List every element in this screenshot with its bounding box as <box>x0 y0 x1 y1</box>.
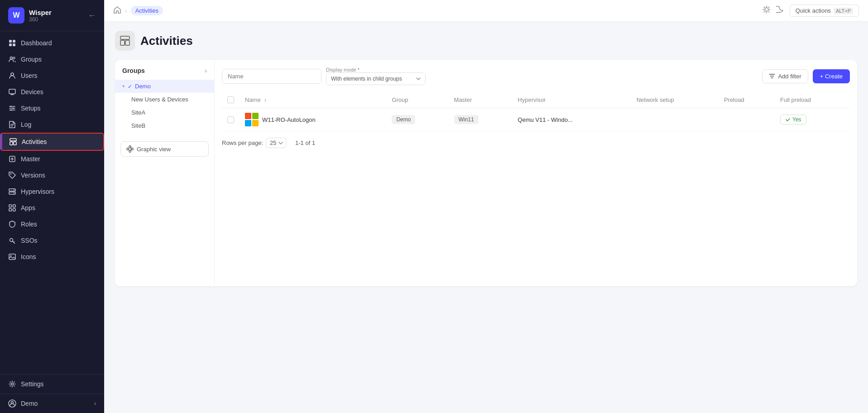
sidebar-item-label: Setups <box>21 105 41 112</box>
svg-rect-13 <box>14 142 16 145</box>
svg-point-6 <box>11 73 14 76</box>
sidebar-item-label: Versions <box>21 172 45 179</box>
main-panel: Groups › ▾ ✓ Demo New Users & Devices <box>115 60 857 286</box>
row-group-cell: Demo <box>386 108 448 131</box>
check-icon: ✓ <box>128 83 132 90</box>
sidebar-item-activities[interactable]: Activities <box>0 133 104 151</box>
table-area: Display mode * With elements in child gr… <box>215 60 857 286</box>
user-name-label: Demo <box>21 400 38 407</box>
table-header-group[interactable]: Group <box>386 91 448 108</box>
table-header-name[interactable]: Name ↑ <box>240 91 386 108</box>
sidebar-item-icons[interactable]: Icons <box>0 249 104 265</box>
sidebar-item-log[interactable]: Log <box>0 116 104 133</box>
rows-per-page-label: Rows per page: <box>222 139 263 146</box>
server-icon <box>8 187 16 196</box>
row-hypervisor-cell: Qemu V11 - Windo... <box>512 108 631 131</box>
row-preload-cell <box>719 108 775 131</box>
svg-rect-36 <box>129 150 131 152</box>
group-badge: Demo <box>392 115 415 124</box>
image-icon <box>8 253 16 261</box>
activity-name[interactable]: W11-RO-AutoLogon <box>245 113 381 126</box>
win-quad-3 <box>245 120 251 126</box>
sidebar-collapse-button[interactable]: ← <box>88 11 96 20</box>
group-item-siteB[interactable]: SiteB <box>115 119 214 132</box>
row-checkbox[interactable] <box>227 116 234 123</box>
add-filter-label: Add filter <box>778 73 801 80</box>
table-header-master[interactable]: Master <box>449 91 513 108</box>
page-header: Activities <box>115 31 857 51</box>
sidebar-item-hypervisors[interactable]: Hypervisors <box>0 183 104 200</box>
sidebar-item-dashboard[interactable]: Dashboard <box>0 35 104 51</box>
group-item-demo[interactable]: ▾ ✓ Demo <box>115 80 214 93</box>
groups-header: Groups › <box>115 60 214 80</box>
group-item-new-users[interactable]: New Users & Devices <box>115 93 214 106</box>
groups-title: Groups <box>122 67 145 74</box>
sidebar-item-label: Activities <box>22 138 47 145</box>
name-filter-input[interactable] <box>222 69 321 84</box>
app-logo-icon: W <box>8 7 24 24</box>
win-quad-1 <box>245 113 251 119</box>
table-row: W11-RO-AutoLogon Demo Win11 Qemu V11 - W… <box>222 108 850 131</box>
svg-rect-3 <box>13 43 15 46</box>
svg-point-10 <box>11 110 12 111</box>
app-logo-text: Wisper 360 <box>29 9 52 23</box>
svg-rect-33 <box>125 40 129 45</box>
svg-rect-25 <box>9 254 15 259</box>
display-mode-select[interactable]: With elements in child groups <box>326 72 426 85</box>
page-header-icon <box>115 31 135 51</box>
user-profile-bottom[interactable]: Demo › <box>0 394 104 413</box>
moon-icon[interactable] <box>776 5 784 16</box>
sort-icon: ↑ <box>264 97 267 103</box>
add-filter-button[interactable]: Add filter <box>762 69 808 83</box>
rows-per-page: Rows per page: 25 <box>222 138 286 148</box>
svg-rect-1 <box>13 40 15 43</box>
create-label: + Create <box>820 73 843 80</box>
home-icon[interactable] <box>113 6 121 15</box>
quick-actions-shortcut: ALT+P <box>834 8 853 14</box>
table-header-network-setup[interactable]: Network setup <box>631 91 719 108</box>
sidebar-item-apps[interactable]: Apps <box>0 200 104 216</box>
page-content: Activities Groups › ▾ ✓ Demo <box>104 22 868 413</box>
display-mode-label: Display mode * <box>326 67 426 72</box>
table-toolbar: Display mode * With elements in child gr… <box>222 67 850 85</box>
svg-point-15 <box>10 173 12 175</box>
table-header-hypervisor[interactable]: Hypervisor <box>512 91 631 108</box>
user-circle-icon <box>8 399 16 408</box>
topbar: › Activities Quick actions ALT+P <box>104 0 868 22</box>
sidebar-item-roles[interactable]: Roles <box>0 216 104 232</box>
create-button[interactable]: + Create <box>813 69 850 83</box>
groups-expand-icon[interactable]: › <box>205 67 207 74</box>
sidebar-item-users[interactable]: Users <box>0 67 104 84</box>
sidebar-item-label: SSOs <box>21 237 38 244</box>
group-tree: ▾ ✓ Demo New Users & Devices SiteA SiteB <box>115 80 214 138</box>
sidebar-item-devices[interactable]: Devices <box>0 84 104 100</box>
quick-actions-button[interactable]: Quick actions ALT+P <box>790 5 859 17</box>
pagination: Rows per page: 25 1-1 of 1 <box>222 138 850 148</box>
sidebar-item-label: Groups <box>21 56 42 63</box>
breadcrumb-activities[interactable]: Activities <box>131 6 163 15</box>
theme-toggle-icon[interactable] <box>762 5 771 16</box>
table-header-preload[interactable]: Preload <box>719 91 775 108</box>
svg-rect-20 <box>9 205 12 207</box>
settings-nav-item[interactable]: Settings <box>0 374 104 394</box>
activities-table: Name ↑ Group Master Hypervisor <box>222 91 850 131</box>
sidebar-logo: W Wisper 360 ← <box>0 0 104 31</box>
svg-point-30 <box>765 8 768 11</box>
apps-icon <box>8 204 16 212</box>
yes-badge: Yes <box>780 115 806 125</box>
sidebar-item-label: Devices <box>21 88 43 96</box>
select-all-checkbox[interactable] <box>227 96 234 103</box>
svg-rect-2 <box>9 43 12 46</box>
sidebar-item-versions[interactable]: Versions <box>0 167 104 183</box>
sidebar-item-ssos[interactable]: SSOs <box>0 232 104 249</box>
sidebar-item-setups[interactable]: Setups <box>0 100 104 116</box>
sidebar-item-groups[interactable]: Groups <box>0 51 104 67</box>
graphic-view-button[interactable]: Graphic view <box>120 141 209 157</box>
rows-per-page-select[interactable]: 25 <box>266 138 286 148</box>
sidebar-item-master[interactable]: Master <box>0 151 104 167</box>
settings-label: Settings <box>21 380 44 388</box>
toolbar-right: Add filter + Create <box>762 69 850 83</box>
svg-rect-32 <box>120 40 125 45</box>
group-item-siteA[interactable]: SiteA <box>115 106 214 119</box>
table-header-full-preload[interactable]: Full preload <box>775 91 850 108</box>
